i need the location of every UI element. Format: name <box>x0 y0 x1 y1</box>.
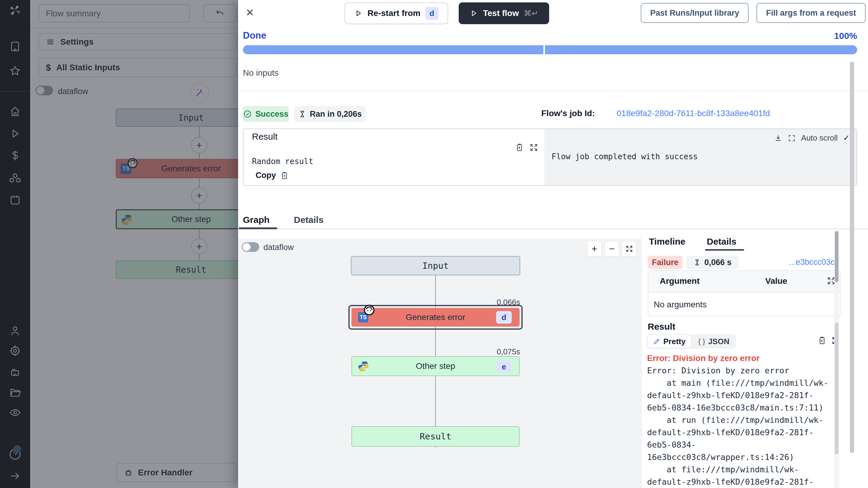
success-badge: Success <box>243 106 289 122</box>
arguments-table: Argument Value No arguments <box>648 270 841 316</box>
stack-line: 16e3bccc03c8/wrapper.ts:14:26) <box>647 451 832 463</box>
test-flow-label: Test flow <box>483 8 519 18</box>
braces-icon: { } <box>698 337 705 346</box>
stack-line: default-z9hxb-lfeKD/018e9fa2-281f- <box>647 426 832 438</box>
clipboard-icon <box>280 171 289 180</box>
test-flow-drawer: × Re-start from d Test flow ⌘↵ Past Runs… <box>238 0 868 488</box>
drawer-scrollbar-thumb[interactable] <box>850 61 854 453</box>
graph-dataflow-toggle[interactable] <box>242 242 259 252</box>
restart-from-label: Re-start from <box>367 8 421 18</box>
graph-node-error-label: Generates error <box>406 313 465 322</box>
hourglass-icon <box>693 259 701 266</box>
graph-node-other-label: Other step <box>416 361 456 371</box>
past-runs-label: Past Runs/Input library <box>650 8 739 18</box>
result-pane-title: Result <box>252 132 278 142</box>
pretty-label: Pretty <box>663 337 686 346</box>
step-e-duration: 0,075s <box>478 347 520 356</box>
col-value: Value <box>765 276 787 286</box>
tab-graph[interactable]: Graph <box>243 215 270 225</box>
details-scrollbar-thumb[interactable] <box>835 231 838 282</box>
tab-step-details[interactable]: Details <box>707 236 736 247</box>
bun-icon <box>364 304 375 316</box>
step-job-link[interactable]: ...e3bccc03c8 <box>789 258 839 267</box>
stack-line: at file:///tmp/windmill/wk- <box>647 463 832 476</box>
stack-line: default-z9hxb-lfeKD/018e9fa2-281f- <box>647 389 832 401</box>
col-argument: Argument <box>660 276 700 286</box>
copy-result-icon[interactable] <box>515 143 524 152</box>
zoom-out-button[interactable]: − <box>604 241 619 257</box>
restart-step-key: d <box>425 7 438 20</box>
graph-canvas: dataflow + − Input 0,066s TS Generates e… <box>238 239 641 488</box>
stack-line: 6eb5-0834-16e3bccc03c8/main.ts:7:11) <box>647 401 832 414</box>
result-view-toggle: Pretty { } JSON <box>647 334 736 349</box>
run-status-label: Done <box>243 30 267 41</box>
job-id-link[interactable]: 018e9fa2-280d-7611-bc8f-133a8ee401fd <box>617 109 770 118</box>
graph-node-input[interactable]: Input <box>351 256 520 276</box>
pen-icon <box>653 338 660 345</box>
copy-button[interactable]: Copy <box>255 171 289 180</box>
log-toolbar: Auto scroll ✓ <box>774 133 849 143</box>
success-label: Success <box>255 110 288 119</box>
stack-line: at main (file:///tmp/windmill/wk- <box>647 377 832 389</box>
job-id-label: Flow's job Id: <box>541 109 595 118</box>
progress-segment-2 <box>545 45 857 54</box>
step-d-badge: d <box>496 311 512 324</box>
fill-args-button[interactable]: Fill args from a request <box>756 3 866 23</box>
error-stack-trace: Error: Division by zero error at main (f… <box>647 364 832 488</box>
expand-log-icon[interactable] <box>788 134 796 142</box>
graph-node-result-label: Result <box>420 431 452 441</box>
tab-timeline[interactable]: Timeline <box>649 236 685 247</box>
auto-scroll-label: Auto scroll <box>801 133 838 143</box>
fit-view-button[interactable] <box>622 241 637 257</box>
arguments-table-header: Argument Value <box>648 271 841 292</box>
download-icon[interactable] <box>774 134 782 142</box>
expand-result-icon[interactable] <box>529 143 538 152</box>
error-title: Error: Division by zero error <box>647 353 760 363</box>
progress-segment-1 <box>243 45 544 54</box>
no-inputs-text: No inputs <box>243 68 278 78</box>
failure-label: Failure <box>652 258 679 267</box>
no-arguments-text: No arguments <box>654 300 707 310</box>
ran-in-badge: Ran in 0,206s <box>294 106 366 122</box>
close-icon[interactable]: × <box>243 6 257 20</box>
play-outline-icon <box>354 9 363 18</box>
ran-in-label: Ran in 0,206s <box>310 110 362 119</box>
stack-line: 6eb5-0834- <box>647 438 832 451</box>
section-divider <box>238 90 868 91</box>
modal-overlay[interactable] <box>0 0 238 488</box>
tab-details-underline <box>705 249 744 251</box>
step-e-badge: e <box>497 361 511 373</box>
graph-node-result[interactable]: Result <box>351 426 520 447</box>
failure-badge: Failure <box>648 256 683 269</box>
stack-line: at run (file:///tmp/windmill/wk- <box>647 414 832 426</box>
fill-args-label: Fill args from a request <box>766 8 856 18</box>
copy-step-result-icon[interactable] <box>817 336 827 345</box>
log-text: Flow job completed with success <box>552 152 698 161</box>
zoom-in-button[interactable]: + <box>587 241 601 257</box>
result-scrollbar-thumb[interactable] <box>835 323 838 454</box>
tab-graph-underline <box>239 227 277 229</box>
result-log-box: Result Random result Copy Auto scroll ✓ … <box>243 128 857 186</box>
run-percent: 100% <box>834 31 857 41</box>
json-label: JSON <box>708 337 730 346</box>
play-outline-icon <box>470 9 478 18</box>
step-duration-label: 0,066 s <box>704 258 732 267</box>
check-circle-icon <box>243 110 252 118</box>
auto-scroll-check-icon[interactable]: ✓ <box>843 133 849 143</box>
step-result-title: Result <box>648 321 675 332</box>
graph-dataflow-label: dataflow <box>264 243 294 252</box>
restart-from-button[interactable]: Re-start from d <box>344 2 448 24</box>
copy-label: Copy <box>255 171 276 180</box>
json-toggle-button[interactable]: { } JSON <box>693 335 735 348</box>
past-runs-button[interactable]: Past Runs/Input library <box>641 3 749 23</box>
step-duration-badge: 0,066 s <box>686 256 739 269</box>
graph-node-input-label: Input <box>422 261 448 271</box>
graph-node-generates-error[interactable]: TS Generates error d <box>351 308 520 327</box>
hourglass-icon <box>299 110 306 118</box>
pretty-toggle-button[interactable]: Pretty <box>648 335 691 348</box>
stack-line: default-z9hxb-lfeKD/018e9fa2-281f- <box>647 476 832 488</box>
test-flow-button[interactable]: Test flow ⌘↵ <box>459 2 549 24</box>
graph-node-other-step[interactable]: Other step e <box>351 356 520 376</box>
tab-details[interactable]: Details <box>294 215 323 225</box>
test-flow-shortcut: ⌘↵ <box>524 9 538 18</box>
